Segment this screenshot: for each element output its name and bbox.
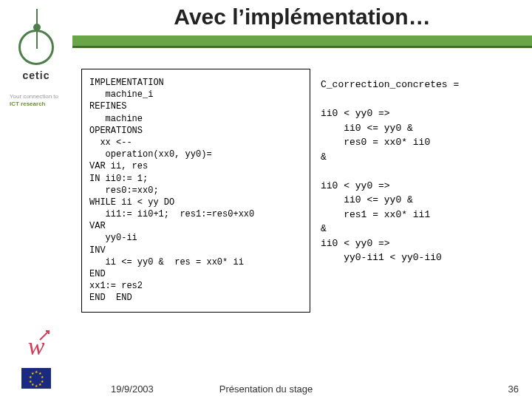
cetic-logo-icon (14, 9, 58, 66)
slide-title: Avec l’implémentation… (72, 4, 532, 30)
footer-title: Présentation du stage (0, 383, 532, 395)
slide: cetic Your connection to ICT research w … (0, 0, 532, 399)
code-block-right: C_correction_concretes = ii0 < yy0 => ii… (318, 69, 511, 313)
main-content: Avec l’implémentation… IMPLEMENTATION ma… (72, 0, 532, 399)
wallonia-logo-icon: w (28, 332, 45, 361)
code-block-left: IMPLEMENTATION machine_i REFINES machine… (81, 69, 310, 313)
tagline-line2: ICT research (10, 100, 45, 107)
tagline-line1: Your connection to (10, 93, 58, 100)
sidebar: cetic Your connection to ICT research w … (0, 0, 72, 399)
divider-bar (72, 35, 532, 48)
brand-name: cetic (23, 69, 50, 81)
footer-page-number: 36 (508, 383, 519, 395)
brand-tagline: Your connection to ICT research (10, 93, 63, 109)
content-row: IMPLEMENTATION machine_i REFINES machine… (72, 48, 532, 313)
